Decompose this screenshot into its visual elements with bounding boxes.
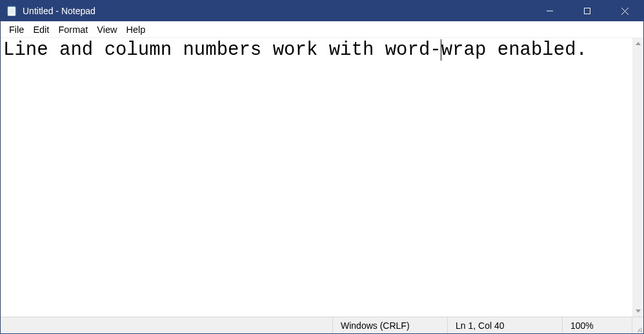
- editor-text-before-caret: Line and column numbers work with word-: [3, 39, 441, 61]
- scroll-down-button[interactable]: [632, 306, 643, 317]
- app-icon: [1, 5, 23, 17]
- minimize-button[interactable]: [531, 1, 569, 21]
- menu-file[interactable]: File: [5, 21, 28, 37]
- menu-format[interactable]: Format: [54, 21, 92, 37]
- chevron-up-icon: [636, 42, 641, 45]
- menu-help[interactable]: Help: [121, 21, 150, 37]
- editor-text-area[interactable]: Line and column numbers work with word-w…: [1, 38, 632, 317]
- window-frame: Untitled - Notepad File Edit Format View…: [0, 0, 644, 334]
- menu-bar: File Edit Format View Help: [1, 21, 643, 38]
- scroll-up-button[interactable]: [632, 38, 643, 49]
- minimize-icon: [547, 8, 553, 14]
- chevron-down-icon: [636, 309, 641, 313]
- content-area: Line and column numbers work with word-w…: [1, 38, 643, 317]
- maximize-icon: [584, 8, 590, 14]
- resize-grip[interactable]: [632, 317, 643, 333]
- menu-edit[interactable]: Edit: [28, 21, 54, 37]
- status-zoom: 100%: [562, 317, 632, 333]
- notepad-icon: [6, 5, 17, 17]
- titlebar[interactable]: Untitled - Notepad: [1, 1, 643, 21]
- close-icon: [621, 8, 629, 15]
- menu-view[interactable]: View: [92, 21, 121, 37]
- status-spacer: [1, 317, 332, 333]
- editor-text-after-caret: wrap enabled.: [441, 39, 587, 61]
- status-caret-position: Ln 1, Col 40: [447, 317, 562, 333]
- svg-rect-5: [585, 8, 590, 14]
- close-button[interactable]: [606, 1, 643, 21]
- vertical-scrollbar[interactable]: [632, 38, 643, 317]
- maximize-button[interactable]: [569, 1, 606, 21]
- window-title: Untitled - Notepad: [23, 6, 96, 16]
- status-bar: Windows (CRLF) Ln 1, Col 40 100%: [1, 317, 643, 333]
- status-line-ending: Windows (CRLF): [332, 317, 447, 333]
